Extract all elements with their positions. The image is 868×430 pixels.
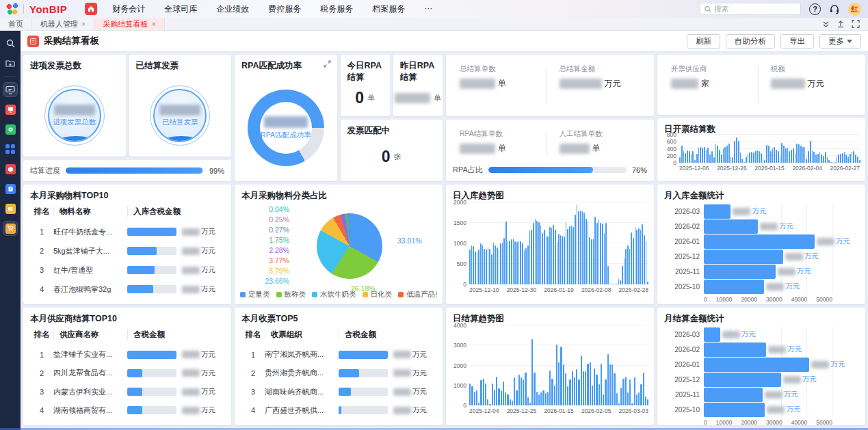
legend-item[interactable]: 水饮牛奶类 — [312, 290, 356, 299]
pie-callout: 0.25% — [252, 215, 289, 224]
menu-more-icon[interactable]: ··· — [424, 3, 432, 15]
menu-item[interactable]: 档案服务 — [372, 3, 405, 15]
menu-item[interactable]: 全球司库 — [164, 3, 197, 15]
grid-blue-icon[interactable] — [3, 142, 17, 156]
masked-value — [182, 351, 200, 358]
masked-value — [182, 369, 200, 377]
menu-item[interactable]: 企业绩效 — [216, 3, 249, 15]
monitor-red-icon[interactable] — [3, 103, 17, 116]
hbar-row: 2025-11万元 — [664, 387, 832, 402]
table-row[interactable]: 3红牛/普通型万元 — [30, 265, 224, 276]
card-supplier-tax: 开票供应商 家 税额 万元 — [657, 55, 865, 115]
export-button[interactable]: 导出 — [780, 34, 814, 49]
materials-table: 排名物料名称入库含税金额1旺仔牛奶纸盒专...万元25kg盐津铺子大...万元3… — [23, 202, 231, 304]
masked-value — [182, 228, 200, 236]
self-analysis-button[interactable]: 自助分析 — [726, 34, 775, 49]
share-up-icon[interactable] — [837, 20, 845, 28]
pie-callout: 33.01% — [397, 237, 422, 245]
table-row[interactable]: 1旺仔牛奶纸盒专...万元 — [30, 227, 224, 237]
card-title: 本月采购物料TOP10 — [23, 185, 231, 204]
close-tab-icon[interactable]: × — [81, 20, 86, 28]
legend-item[interactable]: 散称类 — [276, 290, 306, 299]
pie-callout: 0.04% — [252, 205, 289, 213]
card-settlement-totals: 总结算单数 单 总结算金额 万元 — [446, 55, 654, 116]
legend-item[interactable]: 低温产品类 — [398, 290, 437, 299]
tab-机器人管理[interactable]: 机器人管理× — [32, 18, 94, 30]
card-title: 今日RPA结算 — [341, 55, 390, 86]
masked-value — [766, 283, 784, 291]
masked-value — [722, 331, 740, 338]
table-row[interactable]: 1盐津铺子实业有...万元 — [30, 349, 224, 360]
headset-icon[interactable] — [829, 4, 840, 14]
card-title: 已结算发票 — [129, 55, 232, 75]
pie-callout: 0.27% — [252, 226, 289, 234]
wallet-yellow-icon[interactable] — [3, 202, 17, 215]
masked-value — [811, 361, 829, 368]
refresh-button[interactable]: 刷新 — [687, 34, 720, 49]
card-title: 本月收票TOP5 — [235, 308, 443, 327]
pie-callout: 3.77% — [252, 256, 289, 265]
card-title: 本月供应商结算TOP10 — [23, 308, 231, 327]
top-menu: 财务会计全球司库企业绩效费控服务税务服务档案服务··· — [112, 3, 432, 15]
table-row[interactable]: 4春江泡椒鸭掌32g万元 — [30, 284, 224, 295]
fullscreen-icon[interactable] — [852, 20, 860, 28]
close-tab-icon[interactable]: × — [151, 20, 155, 28]
table-row[interactable]: 2四川龙帮食品有...万元 — [30, 368, 224, 378]
search-icon[interactable] — [3, 36, 17, 50]
card-monthly-settlement: 月结算金额统计 2026-03万元2026-02万元2026-01万元2025-… — [657, 308, 865, 425]
table-row[interactable]: 4湖南领福商贸有...万元 — [30, 405, 224, 416]
yonyou-logo-icon — [7, 3, 18, 14]
table-row[interactable]: 4广西盛世齐帆供...万元 — [241, 405, 436, 416]
card-monthly-inbound: 月入库金额统计 2026-03万元2026-02万元2026-01万元2025-… — [657, 185, 865, 304]
masked-value — [671, 79, 698, 89]
chevron-down-icon — [847, 40, 852, 43]
tab-采购结算看板[interactable]: 采购结算看板× — [94, 18, 164, 30]
table-row[interactable]: 3内蒙古伊利实业...万元 — [30, 387, 224, 397]
pie-graphic — [317, 213, 382, 279]
card-daily-invoice-settlement: 日开票结算数 02004006008002025-12-062025-12-26… — [657, 118, 865, 181]
help-icon[interactable]: ? — [809, 3, 821, 15]
page-title: 采购结算看板 — [44, 35, 99, 47]
menu-item[interactable]: 费控服务 — [268, 3, 301, 15]
today-rpa-value: 0 — [355, 89, 364, 107]
user-avatar[interactable]: 红 — [848, 3, 861, 16]
hbar-row: 2026-02万元 — [664, 219, 832, 234]
menu-item[interactable]: 税务服务 — [320, 3, 353, 15]
card-receipts-top5: 本月收票TOP5 排名收票组织含税金额1南宁湘岚齐帆商...万元2贵州湘贵齐帆商… — [235, 308, 443, 425]
home-icon[interactable] — [85, 3, 97, 15]
card-daily-inbound: 日入库趋势图 05001000150020002025-12-102025-12… — [446, 185, 654, 304]
table-row[interactable]: 3湖南味屿齐帆商...万元 — [241, 387, 436, 397]
dashboard-doc-icon — [27, 36, 39, 47]
leaf-green-icon[interactable] — [3, 122, 17, 136]
search-input[interactable] — [714, 5, 796, 13]
global-search[interactable] — [700, 3, 801, 15]
hbar-row: 2025-10万元 — [664, 402, 832, 417]
masked-value — [771, 79, 805, 89]
card-daily-settlement: 日结算趋势图 010002000300040002025-12-042025-1… — [446, 308, 654, 425]
table-row[interactable]: 2贵州湘贵齐帆商...万元 — [241, 368, 436, 378]
more-button[interactable]: 更多 — [819, 34, 861, 49]
pie-callout: 23.66% — [252, 277, 289, 285]
hbar-row: 2026-02万元 — [664, 342, 832, 357]
board-icon[interactable] — [3, 83, 17, 96]
workbench-icon[interactable] — [3, 56, 17, 70]
masked-value — [182, 247, 200, 255]
card-material-category-pie: 本月采购物料分类占比 0.04%0.25%0.27%1.75%2.28%3.77… — [235, 185, 443, 304]
table-row[interactable]: 25kg盐津铺子大...万元 — [30, 246, 224, 256]
cube-red-icon[interactable] — [3, 162, 17, 176]
menu-item[interactable]: 财务会计 — [112, 3, 145, 15]
table-row[interactable]: 1南宁湘岚齐帆商...万元 — [241, 349, 436, 360]
legend-item[interactable]: 日化类 — [363, 290, 393, 299]
legend-item[interactable]: 定量类 — [240, 290, 270, 299]
tab-首页[interactable]: 首页 — [0, 18, 32, 30]
left-sidebar — [0, 31, 21, 430]
collapse-tabs-icon[interactable] — [822, 21, 830, 28]
expand-icon[interactable] — [324, 60, 331, 68]
card-suppliers-top10: 本月供应商结算TOP10 排名供应商名称含税金额1盐津铺子实业有...万元2四川… — [23, 308, 231, 425]
doc-blue-icon[interactable] — [3, 182, 17, 196]
daily-settlement-chart: 010002000300040002025-12-042025-12-25202… — [446, 308, 654, 425]
daily-inbound-chart: 05001000150020002025-12-102025-12-302026… — [446, 185, 654, 304]
masked-value — [760, 223, 778, 230]
cart-yellow-icon[interactable] — [3, 221, 17, 235]
masked-value — [395, 93, 430, 103]
